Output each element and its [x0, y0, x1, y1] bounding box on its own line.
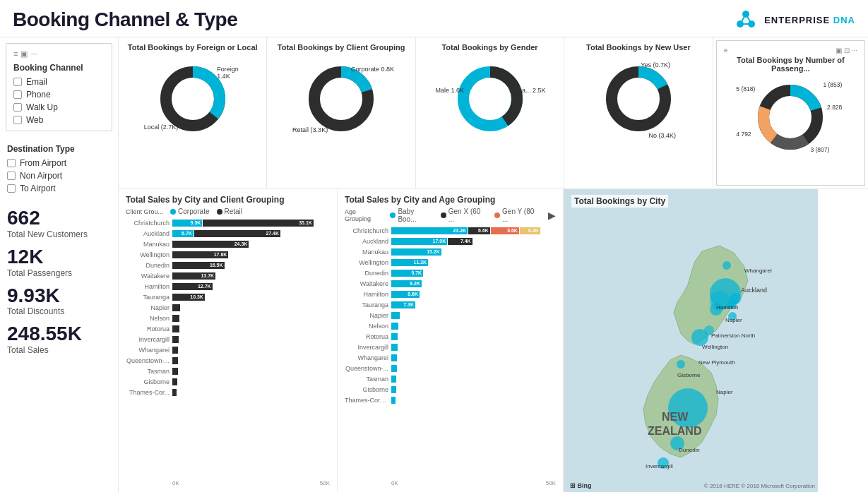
bar-value-retail: 16.5K: [210, 263, 223, 268]
stat-total-sales: 248.55K Total Sales: [7, 323, 111, 355]
corporate-legend-label: Corporate: [178, 208, 209, 215]
bar-value-age: 7.3K: [403, 302, 414, 307]
bar-label: Whangarei: [126, 347, 170, 354]
city-client-axis: 0K 50K: [126, 480, 330, 486]
bar-label: Auckland: [345, 238, 388, 245]
booking-channel-phone[interactable]: Phone: [13, 90, 105, 100]
bar-segment-age: 6.6K: [468, 227, 490, 234]
nz-map-svg: Auckland Whangarei Hamilton Napier Palme…: [564, 189, 818, 492]
bar-segment-age: [391, 397, 396, 404]
table-row: Hamilton12.7K: [126, 282, 330, 291]
booking-channel-web[interactable]: Web: [13, 115, 105, 125]
bar-track: [391, 376, 556, 383]
map-watermark: © 2018 HERE © 2018 Microsoft Corporation: [704, 483, 815, 489]
bar-track: 9.5K35.1K: [172, 220, 330, 227]
non-airport-checkbox[interactable]: [7, 172, 16, 180]
table-row: Napier: [126, 303, 330, 312]
bar-label: Tasman: [345, 376, 388, 383]
bar-label: Thames-Cor...: [126, 389, 170, 396]
label-female: Fema... 2.5K: [509, 87, 546, 94]
walkup-checkbox[interactable]: [13, 103, 22, 112]
bar-segment-age: [391, 312, 400, 319]
bar-segment-age: [391, 323, 398, 330]
table-row: Queenstown-...: [126, 356, 330, 365]
bar-segment-retail: [172, 325, 179, 332]
booking-channel-email[interactable]: Email: [13, 77, 105, 87]
legend-geny: Gen Y (80 ...: [494, 208, 541, 223]
destination-type-items: From Airport Non Airport To Airport: [7, 158, 111, 193]
table-row: Waitakere13.7K: [126, 271, 330, 280]
table-row: Rotorua: [126, 324, 330, 333]
bar-label: Napier: [345, 312, 388, 319]
nz-text-line1: NEW: [662, 411, 689, 423]
bar-track: [172, 315, 330, 322]
bar-label: Queenstown-...: [345, 365, 388, 372]
dest-non-airport[interactable]: Non Airport: [7, 171, 111, 181]
bar-segment-age: [391, 386, 396, 393]
bar-segment-retail: 16.5K: [172, 262, 225, 269]
table-row: Dunedin16.5K: [126, 260, 330, 270]
more-arrow[interactable]: ▶: [548, 210, 556, 221]
non-airport-label: Non Airport: [20, 171, 62, 181]
stats-section: 662 Total New Customers 12K Total Passen…: [0, 200, 118, 355]
logo-text: ENTERPRISE DNA: [764, 15, 855, 25]
web-checkbox[interactable]: [13, 116, 22, 124]
bar-segment-age: [391, 333, 398, 340]
phone-checkbox[interactable]: [13, 90, 22, 99]
bar-track: 16.5K: [172, 262, 330, 269]
city-age-bar-chart: Christchurch23.2K6.6K8.6K6.2KAuckland17.…: [345, 226, 556, 479]
bar-value-age: 8.6K: [507, 228, 518, 233]
bar-label: Rotorua: [345, 333, 388, 340]
bar-track: 9.2K: [391, 280, 556, 287]
bar-track: [391, 323, 556, 330]
bar-label: Tasman: [126, 368, 170, 375]
bar-value-age: 8.6K: [408, 292, 418, 296]
enterprise-dna-logo-icon: [733, 7, 759, 32]
bar-label: Dunedin: [345, 270, 388, 277]
dest-from-airport[interactable]: From Airport: [7, 158, 111, 168]
to-airport-checkbox[interactable]: [7, 184, 16, 193]
chart-passengers-num-title: Total Bookings by Number of Passeng...: [724, 56, 857, 73]
bar-value-retail: 10.3K: [190, 294, 203, 299]
bar-track: [391, 312, 556, 319]
bar-segment-age: 6.2K: [520, 227, 540, 234]
booking-channel-walkup[interactable]: Walk Up: [13, 102, 105, 112]
map-panel: Total Bookings by City: [564, 189, 818, 492]
city-client-bar-chart: Christchurch9.5K35.1KAuckland6.7K27.4KMa…: [126, 218, 330, 479]
bar-track: [172, 357, 330, 364]
chart-client-grouping: Total Bookings by Client Grouping Corpor…: [267, 37, 415, 188]
bar-track: [391, 397, 556, 404]
to-airport-label: To Airport: [20, 184, 56, 193]
panel-city-age: Total Sales by City and Age Grouping Age…: [338, 189, 564, 492]
dashboard: Booking Channel & Type ENTERPRISE DNA: [0, 0, 868, 492]
table-row: Waitakere9.2K: [345, 279, 556, 288]
bar-value-retail: 24.3K: [234, 241, 248, 246]
bar-label: Christchurch: [126, 220, 170, 227]
chart-foreign-local-title: Total Bookings by Foreign or Local: [126, 43, 259, 52]
table-row: Christchurch23.2K6.6K8.6K6.2K: [345, 226, 556, 235]
city-client-title: Total Sales by City and Client Grouping: [126, 195, 330, 205]
bar-segment-retail: [172, 378, 177, 385]
from-airport-checkbox[interactable]: [7, 159, 16, 167]
corporate-dot: [170, 209, 176, 215]
web-label: Web: [26, 115, 43, 125]
label-wellington-map: Wellington: [702, 344, 728, 350]
city-client-legend: Client Grou... Corporate Retail: [126, 208, 330, 215]
chart-gender-title: Total Bookings by Gender: [423, 43, 557, 52]
email-checkbox[interactable]: [13, 78, 22, 86]
bar-label: Auckland: [126, 230, 170, 237]
label-2: 2 828: [827, 104, 842, 111]
bar-segment-age: [391, 354, 397, 361]
bar-track: 23.2K6.6K8.6K6.2K: [391, 227, 556, 234]
label-5: 5 (818): [736, 85, 755, 92]
bar-label: Gisborne: [345, 386, 388, 393]
chart-foreign-local: Total Bookings by Foreign or Local Forei…: [119, 37, 267, 188]
bar-segment-retail: [172, 315, 179, 322]
bar-track: 17.8K: [172, 251, 330, 258]
table-row: Thames-Coro...: [345, 395, 556, 404]
total-passengers-label: Total Passengers: [7, 268, 111, 278]
dest-to-airport[interactable]: To Airport: [7, 184, 111, 193]
bar-label: Whangarei: [345, 354, 388, 361]
bar-label: Nelson: [345, 323, 388, 330]
legend-corporate: Corporate: [170, 208, 209, 215]
